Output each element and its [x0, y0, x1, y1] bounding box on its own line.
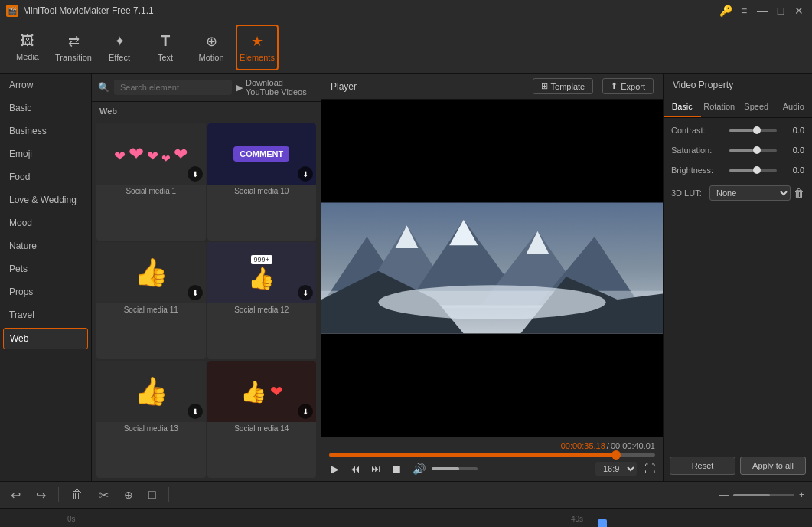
- maximize-button[interactable]: □: [774, 4, 788, 18]
- download-btn-sm12[interactable]: ⬇: [298, 285, 313, 300]
- crop-button[interactable]: □: [145, 486, 159, 503]
- download-btn-sm14[interactable]: ⬇: [298, 404, 313, 419]
- elements-icon: ★: [251, 33, 263, 50]
- download-youtube-button[interactable]: ▶ Download YouTube Videos: [236, 78, 315, 97]
- sidebar-item-love-wedding[interactable]: Love & Wedding: [0, 188, 91, 211]
- element-card-sm12[interactable]: 999+ 👍 ⬇ Social media 12: [207, 242, 317, 359]
- effect-label: Effect: [109, 53, 130, 62]
- aspect-ratio-select[interactable]: 16:9 9:16 1:1: [595, 462, 637, 476]
- play-button[interactable]: ▶: [329, 461, 341, 476]
- text-label: Text: [158, 53, 173, 62]
- saturation-value: 0.0: [781, 146, 804, 155]
- mute-button[interactable]: 🔊: [411, 461, 427, 476]
- playhead-top: [598, 519, 607, 528]
- template-button[interactable]: ⊞ Template: [533, 78, 594, 94]
- element-card-sm11[interactable]: 👍 ⬇ Social media 11: [96, 242, 206, 359]
- sidebar-item-travel[interactable]: Travel: [0, 303, 91, 326]
- elements-grid: ❤ ❤ ❤ ❤ ❤ ⬇ Social media 1 COMMENT ⬇ Soc…: [92, 120, 321, 481]
- toolbar-effect[interactable]: ✦ Effect: [98, 25, 141, 70]
- download-btn-sm13[interactable]: ⬇: [188, 404, 203, 419]
- element-card-sm10[interactable]: COMMENT ⬇ Social media 10: [207, 123, 317, 241]
- sidebar-item-props[interactable]: Props: [0, 280, 91, 303]
- player-header: Player ⊞ Template ⬆ Export: [321, 74, 663, 100]
- tab-audio[interactable]: Audio: [775, 97, 813, 117]
- lut-row: 3D LUT: None 🗑: [671, 185, 804, 201]
- property-content: Contrast: 0.0 Saturation: 0.0 Brightness…: [664, 118, 812, 450]
- template-icon: ⊞: [541, 81, 548, 91]
- redo-button[interactable]: ↪: [33, 486, 49, 504]
- key-icon[interactable]: 🔑: [719, 4, 732, 18]
- element-card-sm1[interactable]: ❤ ❤ ❤ ❤ ❤ ⬇ Social media 1: [96, 123, 206, 241]
- next-frame-button[interactable]: ⏭: [370, 462, 382, 476]
- search-input[interactable]: [114, 80, 232, 95]
- download-btn-sm1[interactable]: ⬇: [188, 166, 203, 182]
- sidebar-item-mood[interactable]: Mood: [0, 211, 91, 234]
- saturation-slider[interactable]: [729, 149, 777, 152]
- effect-icon: ✦: [114, 33, 126, 50]
- sidebar-item-business[interactable]: Business: [0, 119, 91, 142]
- element-label-sm1: Social media 1: [96, 185, 206, 198]
- timeline: 0s 40s ☰ ♩: [0, 509, 812, 527]
- sidebar-item-food[interactable]: Food: [0, 165, 91, 188]
- element-card-sm13[interactable]: 👍 ⬇ Social media 13: [96, 361, 206, 478]
- contrast-fill: [729, 129, 753, 132]
- lut-delete-button[interactable]: 🗑: [794, 187, 804, 199]
- volume-area: 🔊: [411, 461, 478, 476]
- delete-button[interactable]: 🗑: [68, 486, 86, 503]
- sidebar-item-nature[interactable]: Nature: [0, 234, 91, 257]
- volume-slider[interactable]: [432, 467, 478, 470]
- minimize-button[interactable]: —: [755, 4, 769, 18]
- contrast-slider[interactable]: [729, 129, 777, 132]
- stop-button[interactable]: ⏹: [390, 461, 403, 476]
- reset-button[interactable]: Reset: [670, 457, 735, 475]
- download-btn-sm10[interactable]: ⬇: [298, 166, 313, 182]
- search-bar: 🔍 ▶ Download YouTube Videos: [92, 74, 321, 102]
- time-current: 00:00:35.18: [561, 441, 605, 450]
- sidebar-item-emoji[interactable]: Emoji: [0, 142, 91, 165]
- sidebar-item-web[interactable]: Web: [3, 328, 88, 349]
- toolbar-text[interactable]: T Text: [144, 25, 187, 70]
- toolbar-elements[interactable]: ★ Elements: [236, 25, 279, 70]
- toolbar-transition[interactable]: ⇄ Transition: [52, 25, 95, 70]
- player-title: Player: [331, 81, 357, 92]
- export-button[interactable]: ⬆ Export: [602, 78, 654, 94]
- tab-rotation[interactable]: Rotation: [701, 97, 739, 117]
- toolbar-motion[interactable]: ⊕ Motion: [190, 25, 233, 70]
- undo-button[interactable]: ↩: [8, 486, 24, 504]
- zoom-out-icon[interactable]: —: [719, 489, 729, 500]
- tab-speed[interactable]: Speed: [738, 97, 775, 117]
- sidebar-item-basic[interactable]: Basic: [0, 97, 91, 119]
- ruler-mark-40s: 40s: [571, 515, 583, 523]
- zoom-in-icon[interactable]: +: [799, 489, 804, 500]
- player-area: Player ⊞ Template ⬆ Export: [321, 74, 663, 481]
- progress-bar[interactable]: [329, 453, 655, 457]
- main-area: Arrow Basic Business Emoji Food Love & W…: [0, 74, 812, 481]
- tab-basic[interactable]: Basic: [664, 97, 701, 117]
- motion-label: Motion: [198, 53, 223, 62]
- elements-panel: 🔍 ▶ Download YouTube Videos Web ❤ ❤ ❤ ❤ …: [92, 74, 321, 481]
- progress-bar-area[interactable]: [329, 453, 655, 457]
- detach-audio-button[interactable]: ⊕: [121, 487, 136, 502]
- cut-button[interactable]: ✂: [96, 486, 112, 504]
- zoom-slider[interactable]: [733, 494, 794, 496]
- toolbar: 🖼 Media ⇄ Transition ✦ Effect T Text ⊕ M…: [0, 21, 812, 74]
- brightness-slider[interactable]: [729, 169, 777, 172]
- bottom-toolbar: ↩ ↪ 🗑 ✂ ⊕ □ — +: [0, 481, 812, 509]
- time-display: 00:00:35.18 / 00:00:40.01: [329, 441, 655, 450]
- menu-icon[interactable]: ≡: [737, 4, 751, 18]
- toolbar-media[interactable]: 🖼 Media: [6, 25, 49, 70]
- sidebar-item-arrow[interactable]: Arrow: [0, 74, 91, 97]
- fullscreen-button[interactable]: ⛶: [644, 463, 655, 475]
- prev-frame-button[interactable]: ⏮: [348, 461, 362, 476]
- close-button[interactable]: ✕: [792, 4, 806, 18]
- lut-select[interactable]: None: [709, 185, 791, 201]
- element-card-sm14[interactable]: 👍 ❤ ⬇ Social media 14: [207, 361, 317, 478]
- saturation-label: Saturation:: [671, 146, 725, 155]
- download-btn-sm11[interactable]: ⬇: [188, 285, 203, 300]
- brightness-row: Brightness: 0.0: [671, 165, 804, 175]
- sidebar-item-pets[interactable]: Pets: [0, 257, 91, 280]
- apply-to-all-button[interactable]: Apply to all: [740, 457, 806, 475]
- brightness-value: 0.0: [781, 165, 804, 175]
- section-title: Web: [92, 102, 321, 120]
- player-controls: 00:00:35.18 / 00:00:40.01 ▶ ⏮ ⏭ ⏹ 🔊: [321, 437, 663, 481]
